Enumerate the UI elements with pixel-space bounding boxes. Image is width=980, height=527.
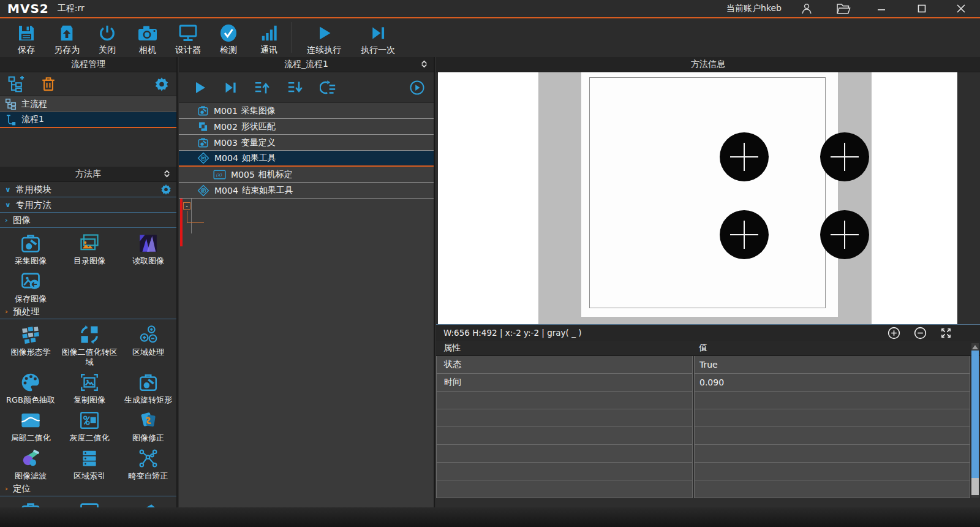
method-item-label: 图像二值化转区域: [61, 347, 118, 367]
method-item[interactable]: 保存图像: [1, 266, 60, 304]
save-icon: [17, 21, 36, 45]
table-row[interactable]: [436, 409, 980, 427]
flow-step-m003[interactable]: M003 变量定义: [179, 135, 434, 151]
end-if-tool-step-icon: IF: [197, 184, 209, 197]
method-item[interactable]: [60, 496, 119, 507]
comm-label: 通讯: [260, 45, 277, 55]
flow-settings-button[interactable]: [154, 77, 169, 91]
comm-button[interactable]: 通讯: [249, 20, 289, 56]
section-label: 常用模块: [16, 184, 51, 195]
flow-list-empty-area: [0, 128, 176, 167]
method-item[interactable]: 灰度二值化: [60, 405, 119, 443]
group-image[interactable]: › 图像: [0, 213, 176, 228]
image-viewer[interactable]: [438, 72, 957, 324]
collapse-panel-icon[interactable]: [420, 59, 429, 69]
save-as-label: 另存为: [54, 45, 80, 55]
flow-step-m002[interactable]: M002 形状匹配: [179, 119, 434, 135]
move-down-button[interactable]: [287, 80, 304, 95]
run-once-button[interactable]: 执行一次: [351, 20, 405, 56]
table-row[interactable]: [436, 392, 980, 409]
section-label: 专用方法: [16, 199, 51, 211]
value-cell: True: [694, 356, 970, 374]
flow-item-label: 流程1: [21, 114, 44, 125]
section-common-modules[interactable]: ∨ 常用模块: [0, 182, 176, 197]
close-button[interactable]: [947, 0, 975, 17]
method-item[interactable]: [1, 496, 60, 507]
step-id: M003: [214, 138, 238, 148]
table-row[interactable]: 状态 True: [436, 356, 980, 374]
move-up-button[interactable]: [254, 80, 271, 95]
method-item[interactable]: 图像修正: [119, 405, 178, 443]
method-item[interactable]: 图像二值化转区域: [60, 319, 119, 367]
run-once-label: 执行一次: [361, 45, 395, 55]
loop-list-button[interactable]: [320, 80, 337, 95]
zoom-in-button[interactable]: [888, 327, 900, 339]
method-item[interactable]: [119, 496, 178, 507]
window-bottom-edge: [0, 507, 980, 527]
detect-button[interactable]: 检测: [208, 20, 249, 56]
method-item[interactable]: 目录图像: [60, 228, 119, 266]
table-row[interactable]: [436, 480, 980, 498]
flow-step-m004-endif[interactable]: IF M004 结束如果工具: [179, 183, 434, 199]
method-item[interactable]: 畸变自矫正: [119, 443, 178, 481]
save-as-button[interactable]: 另存为: [47, 20, 87, 56]
viewer-status-bar: W:656 H:492 | x:-2 y:-2 | gray( _ ): [436, 324, 980, 341]
group-preprocess[interactable]: › 预处理: [0, 304, 176, 319]
section-special-methods[interactable]: ∨ 专用方法: [0, 197, 176, 213]
method-item[interactable]: 区域索引: [60, 443, 119, 481]
value-cell: 0.090: [694, 374, 970, 392]
method-item[interactable]: RGB颜色抽取: [1, 367, 60, 405]
maximize-button[interactable]: [908, 0, 936, 17]
scrollbar-thumb[interactable]: [971, 351, 979, 478]
flow-step-list: M001 采集图像 M002 形状匹配 M003 变量定义 IF: [179, 103, 434, 199]
method-info-title: 方法信息: [691, 59, 725, 70]
fit-view-button[interactable]: [940, 327, 952, 339]
column-value: 值: [694, 341, 707, 355]
preprocess-method-grid: 图像形态学 图像二值化转区域 区域处理 RGB颜色抽取: [0, 319, 176, 481]
method-item[interactable]: 区域处理: [119, 319, 178, 367]
chevron-right-icon: ›: [5, 216, 8, 224]
group-position[interactable]: › 定位: [0, 481, 176, 496]
run-flow-button[interactable]: [192, 80, 207, 96]
table-row[interactable]: [436, 463, 980, 480]
collapse-panel-icon[interactable]: [162, 169, 172, 178]
scroll-up-arrow[interactable]: [972, 345, 978, 349]
method-library-title: 方法库: [75, 169, 101, 180]
table-row[interactable]: [436, 427, 980, 445]
method-item[interactable]: 局部二值化: [1, 405, 60, 443]
save-button[interactable]: 保存: [6, 20, 47, 56]
close-project-button[interactable]: 关闭: [87, 20, 127, 56]
add-flow-button[interactable]: [7, 75, 24, 93]
camera-image: [538, 72, 872, 324]
run-single-module-button[interactable]: [409, 80, 425, 96]
step-id: M002: [214, 122, 238, 132]
method-item[interactable]: 图像滤波: [1, 443, 60, 481]
group-label: 预处理: [13, 306, 40, 317]
flow-step-m001[interactable]: M001 采集图像: [179, 103, 434, 119]
flow-item-flow1[interactable]: 流程1: [0, 112, 176, 128]
method-item-label: 生成旋转矩形: [124, 395, 172, 405]
scrollbar-track: [971, 478, 979, 495]
method-item[interactable]: 采集图像: [1, 228, 60, 266]
designer-button[interactable]: 设计器: [168, 20, 208, 56]
library-settings-button[interactable]: [160, 184, 172, 195]
account-button[interactable]: [793, 0, 821, 17]
method-item[interactable]: 图像形态学: [1, 319, 60, 367]
zoom-out-button[interactable]: [914, 327, 927, 339]
table-scrollbar[interactable]: [971, 343, 979, 498]
flow-step-m005[interactable]: (X) M005 相机标定: [179, 167, 434, 183]
table-row[interactable]: 时间 0.090: [436, 374, 980, 392]
table-row[interactable]: [436, 445, 980, 463]
method-item[interactable]: 读取图像: [119, 228, 178, 266]
open-project-button[interactable]: [829, 0, 858, 17]
collapse-step-toggle[interactable]: -: [183, 202, 190, 210]
camera-button[interactable]: 相机: [127, 20, 168, 56]
method-item[interactable]: 复制图像: [60, 367, 119, 405]
flow-step-m004-if[interactable]: IF M004 如果工具: [179, 151, 434, 167]
step-flow-button[interactable]: [223, 80, 238, 96]
run-continuous-button[interactable]: 连续执行: [297, 20, 351, 56]
delete-flow-button[interactable]: [40, 75, 56, 93]
flow-item-main[interactable]: 主流程: [0, 96, 176, 112]
minimize-button[interactable]: [867, 0, 895, 17]
method-item[interactable]: 生成旋转矩形: [119, 367, 178, 405]
